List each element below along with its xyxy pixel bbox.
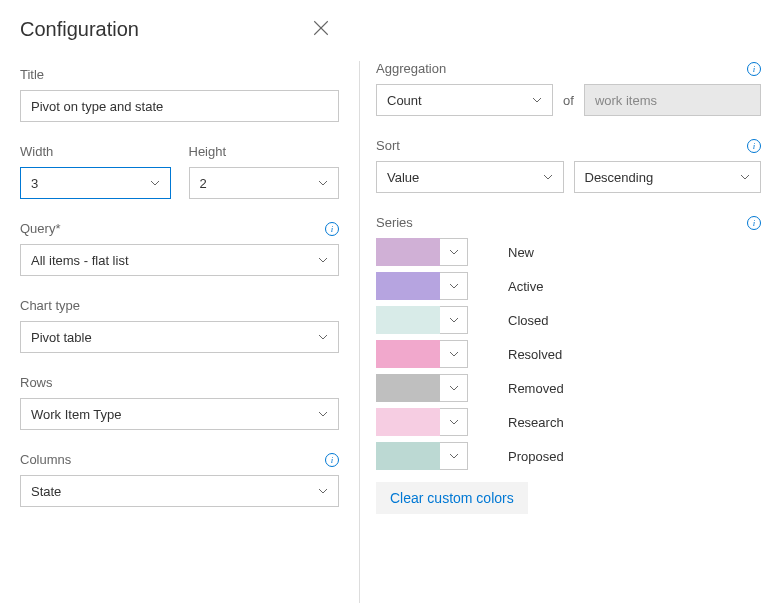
query-select[interactable]: All items - flat list	[20, 244, 339, 276]
series-item-label: Removed	[508, 381, 564, 396]
info-icon[interactable]: i	[325, 453, 339, 467]
chevron-down-icon	[532, 93, 542, 108]
query-value: All items - flat list	[31, 253, 129, 268]
color-swatch	[376, 238, 440, 266]
rows-value: Work Item Type	[31, 407, 122, 422]
columns-select[interactable]: State	[20, 475, 339, 507]
chevron-down-icon	[449, 381, 459, 396]
aggregation-target: work items	[584, 84, 761, 116]
series-row: Proposed	[376, 442, 761, 470]
chevron-down-icon	[150, 176, 160, 191]
height-label: Height	[189, 144, 340, 159]
sort-label: Sort	[376, 138, 400, 153]
series-item-label: Active	[508, 279, 543, 294]
height-value: 2	[200, 176, 207, 191]
chevron-down-icon	[740, 170, 750, 185]
series-label: Series	[376, 215, 413, 230]
clear-custom-colors-button[interactable]: Clear custom colors	[376, 482, 528, 514]
color-picker-button[interactable]	[440, 340, 468, 368]
chevron-down-icon	[318, 176, 328, 191]
series-row: Active	[376, 272, 761, 300]
chevron-down-icon	[543, 170, 553, 185]
aggregation-value: Count	[387, 93, 422, 108]
color-swatch	[376, 408, 440, 436]
color-picker-button[interactable]	[440, 238, 468, 266]
series-row: New	[376, 238, 761, 266]
chevron-down-icon	[449, 415, 459, 430]
series-item-label: Proposed	[508, 449, 564, 464]
color-picker-button[interactable]	[440, 408, 468, 436]
series-row: Resolved	[376, 340, 761, 368]
rows-select[interactable]: Work Item Type	[20, 398, 339, 430]
sort-by-select[interactable]: Value	[376, 161, 564, 193]
width-value: 3	[31, 176, 38, 191]
of-text: of	[563, 93, 574, 108]
page-title: Configuration	[20, 18, 139, 41]
series-item-label: Closed	[508, 313, 548, 328]
close-icon[interactable]	[312, 19, 330, 40]
rows-label: Rows	[20, 375, 339, 390]
color-picker-button[interactable]	[440, 306, 468, 334]
height-select[interactable]: 2	[189, 167, 340, 199]
chart-type-select[interactable]: Pivot table	[20, 321, 339, 353]
series-item-label: Research	[508, 415, 564, 430]
color-picker-button[interactable]	[440, 272, 468, 300]
columns-value: State	[31, 484, 61, 499]
series-item-label: Resolved	[508, 347, 562, 362]
chevron-down-icon	[318, 484, 328, 499]
chevron-down-icon	[449, 347, 459, 362]
color-swatch	[376, 340, 440, 368]
color-swatch	[376, 374, 440, 402]
title-label: Title	[20, 67, 339, 82]
info-icon[interactable]: i	[747, 62, 761, 76]
sort-direction-value: Descending	[585, 170, 654, 185]
chevron-down-icon	[318, 330, 328, 345]
width-select[interactable]: 3	[20, 167, 171, 199]
chevron-down-icon	[449, 279, 459, 294]
width-label: Width	[20, 144, 171, 159]
query-label: Query*	[20, 221, 60, 236]
sort-direction-select[interactable]: Descending	[574, 161, 762, 193]
color-picker-button[interactable]	[440, 442, 468, 470]
series-item-label: New	[508, 245, 534, 260]
series-row: Removed	[376, 374, 761, 402]
color-swatch	[376, 442, 440, 470]
aggregation-label: Aggregation	[376, 61, 446, 76]
color-swatch	[376, 306, 440, 334]
chart-type-value: Pivot table	[31, 330, 92, 345]
series-row: Closed	[376, 306, 761, 334]
chevron-down-icon	[318, 253, 328, 268]
info-icon[interactable]: i	[325, 222, 339, 236]
aggregation-target-value: work items	[595, 93, 657, 108]
columns-label: Columns	[20, 452, 71, 467]
chevron-down-icon	[449, 313, 459, 328]
chevron-down-icon	[318, 407, 328, 422]
info-icon[interactable]: i	[747, 139, 761, 153]
chevron-down-icon	[449, 449, 459, 464]
color-swatch	[376, 272, 440, 300]
chart-type-label: Chart type	[20, 298, 339, 313]
info-icon[interactable]: i	[747, 216, 761, 230]
color-picker-button[interactable]	[440, 374, 468, 402]
sort-by-value: Value	[387, 170, 419, 185]
series-row: Research	[376, 408, 761, 436]
title-input[interactable]	[20, 90, 339, 122]
aggregation-select[interactable]: Count	[376, 84, 553, 116]
chevron-down-icon	[449, 245, 459, 260]
